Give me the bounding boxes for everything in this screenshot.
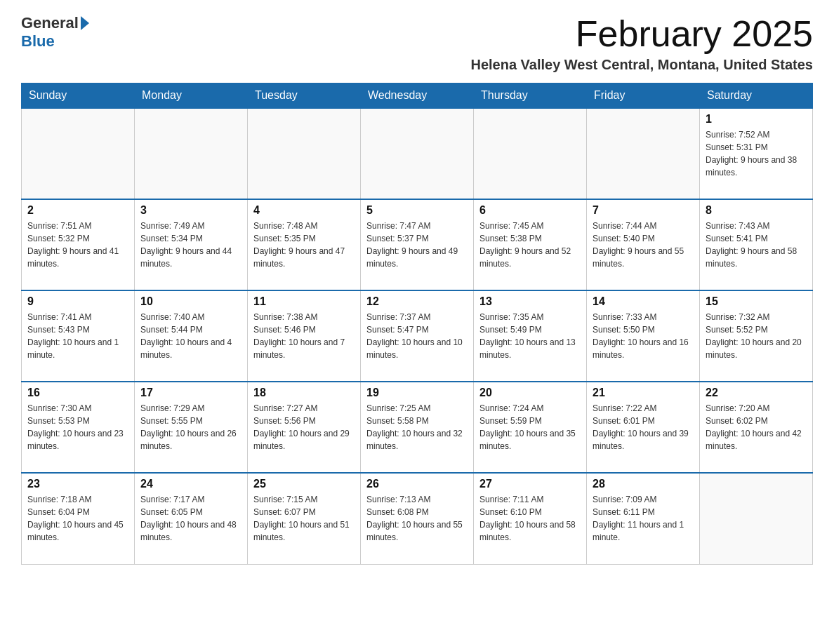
title-block: February 2025 Helena Valley West Central…	[470, 14, 813, 73]
calendar-cell-22: 22Sunrise: 7:20 AMSunset: 6:02 PMDayligh…	[700, 382, 813, 473]
day-number: 1	[706, 113, 807, 126]
calendar-cell-empty-0-1	[135, 108, 248, 199]
calendar-cell-9: 9Sunrise: 7:41 AMSunset: 5:43 PMDaylight…	[22, 290, 135, 382]
calendar-weekday-sunday: Sunday	[22, 83, 135, 109]
day-number: 25	[253, 478, 355, 490]
day-number: 28	[593, 478, 694, 490]
day-info: Sunrise: 7:17 AMSunset: 6:05 PMDaylight:…	[140, 493, 241, 544]
day-info: Sunrise: 7:20 AMSunset: 6:02 PMDaylight:…	[706, 402, 807, 452]
calendar-cell-20: 20Sunrise: 7:24 AMSunset: 5:59 PMDayligh…	[474, 382, 587, 473]
day-number: 9	[27, 295, 128, 308]
calendar-cell-15: 15Sunrise: 7:32 AMSunset: 5:52 PMDayligh…	[700, 290, 813, 382]
calendar-cell-12: 12Sunrise: 7:37 AMSunset: 5:47 PMDayligh…	[361, 290, 474, 382]
logo-blue-text: Blue	[21, 32, 55, 50]
calendar-cell-27: 27Sunrise: 7:11 AMSunset: 6:10 PMDayligh…	[474, 473, 587, 564]
day-info: Sunrise: 7:48 AMSunset: 5:35 PMDaylight:…	[253, 220, 355, 270]
day-info: Sunrise: 7:29 AMSunset: 5:55 PMDaylight:…	[140, 402, 241, 452]
calendar-header-row: SundayMondayTuesdayWednesdayThursdayFrid…	[22, 83, 813, 109]
day-number: 27	[479, 478, 581, 490]
day-info: Sunrise: 7:51 AMSunset: 5:32 PMDaylight:…	[27, 220, 128, 270]
calendar-cell-empty-0-0	[22, 108, 135, 199]
day-info: Sunrise: 7:37 AMSunset: 5:47 PMDaylight:…	[366, 311, 468, 361]
page-subtitle: Helena Valley West Central, Montana, Uni…	[470, 57, 813, 73]
day-info: Sunrise: 7:24 AMSunset: 5:59 PMDaylight:…	[479, 402, 581, 452]
calendar-cell-8: 8Sunrise: 7:43 AMSunset: 5:41 PMDaylight…	[700, 199, 813, 290]
day-number: 22	[706, 387, 807, 399]
day-info: Sunrise: 7:30 AMSunset: 5:53 PMDaylight:…	[27, 402, 128, 452]
day-number: 8	[706, 204, 807, 217]
calendar-weekday-saturday: Saturday	[700, 83, 813, 109]
day-info: Sunrise: 7:27 AMSunset: 5:56 PMDaylight:…	[253, 402, 355, 452]
page-header: General Blue February 2025 Helena Valley…	[21, 14, 813, 73]
day-number: 2	[27, 204, 128, 217]
calendar-cell-empty-0-4	[474, 108, 587, 199]
day-number: 7	[593, 204, 694, 217]
calendar-cell-2: 2Sunrise: 7:51 AMSunset: 5:32 PMDaylight…	[22, 199, 135, 290]
day-number: 24	[140, 478, 241, 490]
day-info: Sunrise: 7:22 AMSunset: 6:01 PMDaylight:…	[593, 402, 694, 452]
calendar-week-row-3: 9Sunrise: 7:41 AMSunset: 5:43 PMDaylight…	[22, 290, 813, 382]
day-number: 3	[140, 204, 241, 217]
calendar-weekday-monday: Monday	[135, 83, 248, 109]
calendar-cell-4: 4Sunrise: 7:48 AMSunset: 5:35 PMDaylight…	[248, 199, 361, 290]
day-info: Sunrise: 7:18 AMSunset: 6:04 PMDaylight:…	[27, 493, 128, 544]
day-info: Sunrise: 7:25 AMSunset: 5:58 PMDaylight:…	[366, 402, 468, 452]
day-info: Sunrise: 7:49 AMSunset: 5:34 PMDaylight:…	[140, 220, 241, 270]
day-number: 6	[479, 204, 581, 217]
calendar-cell-16: 16Sunrise: 7:30 AMSunset: 5:53 PMDayligh…	[22, 382, 135, 473]
day-info: Sunrise: 7:47 AMSunset: 5:37 PMDaylight:…	[366, 220, 468, 270]
day-number: 19	[366, 387, 468, 399]
day-info: Sunrise: 7:40 AMSunset: 5:44 PMDaylight:…	[140, 311, 241, 361]
calendar-week-row-4: 16Sunrise: 7:30 AMSunset: 5:53 PMDayligh…	[22, 382, 813, 473]
calendar-weekday-wednesday: Wednesday	[361, 83, 474, 109]
day-number: 11	[253, 295, 355, 308]
day-number: 20	[479, 387, 581, 399]
day-number: 17	[140, 387, 241, 399]
calendar-cell-11: 11Sunrise: 7:38 AMSunset: 5:46 PMDayligh…	[248, 290, 361, 382]
calendar-cell-empty-0-3	[361, 108, 474, 199]
calendar-cell-24: 24Sunrise: 7:17 AMSunset: 6:05 PMDayligh…	[135, 473, 248, 564]
calendar-cell-17: 17Sunrise: 7:29 AMSunset: 5:55 PMDayligh…	[135, 382, 248, 473]
day-number: 21	[593, 387, 694, 399]
calendar-week-row-2: 2Sunrise: 7:51 AMSunset: 5:32 PMDaylight…	[22, 199, 813, 290]
day-number: 16	[27, 387, 128, 399]
calendar-cell-19: 19Sunrise: 7:25 AMSunset: 5:58 PMDayligh…	[361, 382, 474, 473]
day-info: Sunrise: 7:11 AMSunset: 6:10 PMDaylight:…	[479, 493, 581, 544]
day-info: Sunrise: 7:43 AMSunset: 5:41 PMDaylight:…	[706, 220, 807, 270]
day-info: Sunrise: 7:41 AMSunset: 5:43 PMDaylight:…	[27, 311, 128, 361]
day-number: 13	[479, 295, 581, 308]
calendar-cell-10: 10Sunrise: 7:40 AMSunset: 5:44 PMDayligh…	[135, 290, 248, 382]
calendar-cell-1: 1Sunrise: 7:52 AMSunset: 5:31 PMDaylight…	[700, 108, 813, 199]
day-number: 15	[706, 295, 807, 308]
calendar-cell-empty-4-6	[700, 473, 813, 564]
day-number: 12	[366, 295, 468, 308]
calendar-weekday-thursday: Thursday	[474, 83, 587, 109]
calendar-cell-empty-0-2	[248, 108, 361, 199]
calendar-cell-18: 18Sunrise: 7:27 AMSunset: 5:56 PMDayligh…	[248, 382, 361, 473]
calendar-cell-13: 13Sunrise: 7:35 AMSunset: 5:49 PMDayligh…	[474, 290, 587, 382]
page-title: February 2025	[470, 14, 813, 54]
day-info: Sunrise: 7:13 AMSunset: 6:08 PMDaylight:…	[366, 493, 468, 544]
day-info: Sunrise: 7:35 AMSunset: 5:49 PMDaylight:…	[479, 311, 581, 361]
day-info: Sunrise: 7:33 AMSunset: 5:50 PMDaylight:…	[593, 311, 694, 361]
day-number: 4	[253, 204, 355, 217]
calendar-table: SundayMondayTuesdayWednesdayThursdayFrid…	[21, 83, 813, 565]
calendar-cell-empty-0-5	[587, 108, 700, 199]
calendar-week-row-5: 23Sunrise: 7:18 AMSunset: 6:04 PMDayligh…	[22, 473, 813, 564]
calendar-weekday-friday: Friday	[587, 83, 700, 109]
calendar-week-row-1: 1Sunrise: 7:52 AMSunset: 5:31 PMDaylight…	[22, 108, 813, 199]
day-info: Sunrise: 7:45 AMSunset: 5:38 PMDaylight:…	[479, 220, 581, 270]
calendar-cell-14: 14Sunrise: 7:33 AMSunset: 5:50 PMDayligh…	[587, 290, 700, 382]
calendar-cell-25: 25Sunrise: 7:15 AMSunset: 6:07 PMDayligh…	[248, 473, 361, 564]
day-number: 23	[27, 478, 128, 490]
calendar-cell-28: 28Sunrise: 7:09 AMSunset: 6:11 PMDayligh…	[587, 473, 700, 564]
day-number: 26	[366, 478, 468, 490]
day-info: Sunrise: 7:09 AMSunset: 6:11 PMDaylight:…	[593, 493, 694, 544]
day-info: Sunrise: 7:52 AMSunset: 5:31 PMDaylight:…	[706, 128, 807, 179]
calendar-cell-7: 7Sunrise: 7:44 AMSunset: 5:40 PMDaylight…	[587, 199, 700, 290]
day-number: 14	[593, 295, 694, 308]
day-number: 10	[140, 295, 241, 308]
day-info: Sunrise: 7:38 AMSunset: 5:46 PMDaylight:…	[253, 311, 355, 361]
day-info: Sunrise: 7:44 AMSunset: 5:40 PMDaylight:…	[593, 220, 694, 270]
day-info: Sunrise: 7:32 AMSunset: 5:52 PMDaylight:…	[706, 311, 807, 361]
